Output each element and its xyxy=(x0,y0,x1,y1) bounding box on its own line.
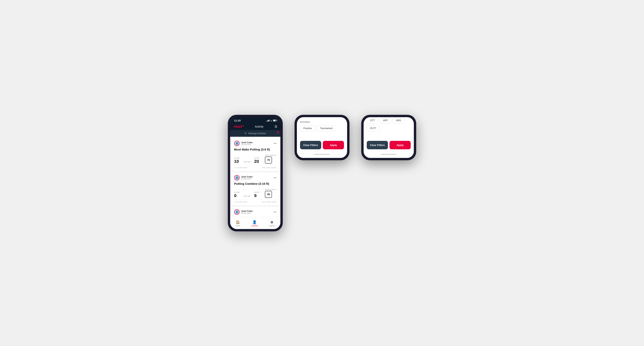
user-info-2: 👤 Josh Coles 28 Feb 2023 xyxy=(234,175,253,180)
user-info-3: 👤 Josh Coles 28 Feb 2023 xyxy=(234,209,253,215)
user-name-1: Josh Coles xyxy=(241,141,253,144)
time-1: 11:33 xyxy=(234,119,240,122)
shots-value-2: 9 xyxy=(254,193,260,198)
stat-group-score-1: Score 10 xyxy=(234,157,240,164)
rounds-section-2: Rounds Practice Tournament xyxy=(300,121,344,132)
user-date-1: 28 Feb 2023 xyxy=(241,144,253,146)
user-date-3: 28 Feb 2023 xyxy=(241,212,253,214)
activities-label-1: Activities xyxy=(251,225,258,227)
phone-1-screen: 11:33 ▲ clippd Activ xyxy=(230,117,280,229)
battery-icon-1 xyxy=(273,120,276,122)
clear-filters-btn-2[interactable]: Clear Filters xyxy=(300,141,321,149)
header-title-1: Activity xyxy=(255,125,263,128)
score-label-1: Score xyxy=(234,157,240,159)
app-btn-3[interactable]: APP xyxy=(380,117,391,124)
signal-bars-1 xyxy=(266,120,270,122)
hamburger-1[interactable]: ☰ xyxy=(274,125,277,129)
activity-card-3: 👤 Josh Coles 28 Feb 2023 ••• xyxy=(232,207,279,217)
user-details-3: Josh Coles 28 Feb 2023 xyxy=(241,210,253,214)
phone-2-screen: 11:33 ▲ clippd Activity ☰ xyxy=(297,117,347,158)
avatar-3: 👤 xyxy=(234,209,240,215)
capture-label-1: Capture xyxy=(269,225,275,227)
phone-1: 11:33 ▲ clippd Activ xyxy=(228,115,283,231)
arg-btn-3[interactable]: ARG xyxy=(393,117,404,124)
notch-1 xyxy=(248,117,263,122)
rounds-label-2: Rounds xyxy=(300,121,344,123)
user-info-1: 👤 Josh Coles 28 Feb 2023 xyxy=(234,141,253,146)
stats-row-1: Score 10 OUT OF Shots 20 Shot Quality 75 xyxy=(234,153,276,164)
user-details-2: Josh Coles 28 Feb 2023 xyxy=(241,175,253,180)
apply-btn-2[interactable]: Apply xyxy=(323,141,344,149)
app-header-1: clippd Activity ☰ xyxy=(230,123,280,130)
sq-badge-2: 45 xyxy=(265,191,272,198)
filter-modal-3: Filter ✕ Show Rounds Practice Drills Pra… xyxy=(364,117,414,158)
user-details-1: Josh Coles 28 Feb 2023 xyxy=(241,141,253,146)
shots-value-1: 20 xyxy=(254,159,260,164)
phone-3-screen: 11:33 ▲ clippd Activity ☰ xyxy=(364,117,414,158)
user-name-2: Josh Coles xyxy=(241,175,253,178)
nav-capture-1[interactable]: ⊕ Capture xyxy=(269,220,275,227)
phone-2: 11:33 ▲ clippd Activity ☰ xyxy=(294,115,350,160)
footer-info-1: ⓘ Test Information xyxy=(234,167,248,169)
activity-feed-1: 👤 Josh Coles 28 Feb 2023 ••• Must Make P… xyxy=(230,138,280,217)
putt-btn-3[interactable]: PUTT xyxy=(367,125,380,132)
activity-card-1: 👤 Josh Coles 28 Feb 2023 ••• Must Make P… xyxy=(232,138,279,171)
stat-group-score-2: Score 0 xyxy=(234,191,240,198)
avatar-2: 👤 xyxy=(234,175,240,180)
activity-card-2: 👤 Josh Coles 28 Feb 2023 ••• Putting Com… xyxy=(232,173,279,205)
capture-icon-1: ⊕ xyxy=(270,220,273,224)
shot-quality-group-2: Shot Quality 45 xyxy=(265,187,276,198)
stat-group-shots-2: Shots 9 xyxy=(254,191,260,198)
card-header-2: 👤 Josh Coles 28 Feb 2023 ••• xyxy=(234,175,276,180)
filter-banner-1[interactable]: ⚙ Viewing Activities xyxy=(230,130,280,137)
bottom-nav-1: 🏠 Home 👤 Activities ⊕ Capture xyxy=(230,218,280,229)
shot-quality-group-1: Shot Quality 75 xyxy=(265,153,276,164)
drills-buttons-3: OTT APP ARG PUTT xyxy=(367,117,411,132)
sq-badge-1: 75 xyxy=(265,157,272,164)
modal-footer-3: Clear Filters Apply xyxy=(364,139,414,153)
modal-body-3: Show Rounds Practice Drills Practice Dri… xyxy=(364,117,414,139)
filter-badge-1 xyxy=(277,132,278,133)
practice-round-btn-2[interactable]: Practice xyxy=(300,125,315,132)
score-label-2: Score xyxy=(234,191,240,193)
out-of-2: OUT OF xyxy=(244,195,250,198)
more-btn-3[interactable]: ••• xyxy=(274,210,276,213)
score-value-1: 10 xyxy=(234,159,240,164)
user-date-2: 28 Feb 2023 xyxy=(241,178,253,180)
sq-label-1: Shot Quality xyxy=(265,154,276,156)
apply-btn-3[interactable]: Apply xyxy=(390,141,411,149)
sq-label-2: Shot Quality xyxy=(265,189,276,190)
card-footer-2: ⓘ Test Information Data: Clippd Capture xyxy=(234,199,276,203)
status-icons-1: ▲ xyxy=(266,120,276,122)
user-name-3: Josh Coles xyxy=(241,210,253,212)
filter-modal-2: Filter ✕ Show Rounds Practice Drills Rou… xyxy=(297,117,347,158)
shots-label-1: Shots xyxy=(254,157,260,159)
footer-data-1: Data: Clippd Capture xyxy=(262,167,276,169)
score-value-2: 0 xyxy=(234,193,240,198)
out-of-1: OUT OF xyxy=(244,161,250,164)
clear-filters-btn-3[interactable]: Clear Filters xyxy=(367,141,388,149)
ott-btn-3[interactable]: OTT xyxy=(367,117,378,124)
home-icon-1: 🏠 xyxy=(236,220,240,224)
footer-data-2: Data: Clippd Capture xyxy=(262,201,276,203)
scene: 11:33 ▲ clippd Activ xyxy=(216,103,428,243)
avatar-1: 👤 xyxy=(234,141,240,146)
tournament-btn-2[interactable]: Tournament xyxy=(317,125,336,132)
stats-row-2: Score 0 OUT OF Shots 9 Shot Quality 45 xyxy=(234,187,276,198)
card-footer-1: ⓘ Test Information Data: Clippd Capture xyxy=(234,165,276,169)
rounds-buttons-2: Practice Tournament xyxy=(300,125,344,132)
modal-body-2: Show Rounds Practice Drills Rounds Pract… xyxy=(297,117,347,139)
drills-section-3: Practice Drills OTT APP ARG PUTT xyxy=(367,117,411,132)
filter-banner-text-1: Viewing Activities xyxy=(248,132,266,135)
stat-group-shots-1: Shots 20 xyxy=(254,157,260,164)
more-btn-1[interactable]: ••• xyxy=(274,142,276,145)
nav-home-1[interactable]: 🏠 Home xyxy=(236,220,240,227)
home-label-1: Home xyxy=(236,225,240,227)
logo-dot-1 xyxy=(242,125,244,126)
sliders-icon-1: ⚙ xyxy=(244,132,246,135)
nav-activities-1[interactable]: 👤 Activities xyxy=(251,220,258,227)
modal-footer-2: Clear Filters Apply xyxy=(297,139,347,153)
more-btn-2[interactable]: ••• xyxy=(274,176,276,179)
phone-3: 11:33 ▲ clippd Activity ☰ xyxy=(361,115,416,160)
logo-1: clippd xyxy=(233,125,244,128)
